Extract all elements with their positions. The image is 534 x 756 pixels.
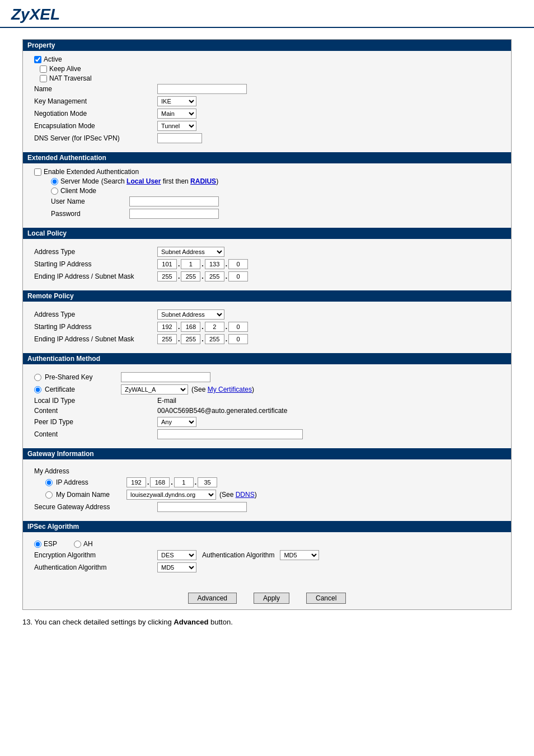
username-input[interactable] [129,196,219,206]
note-text-end: button. [208,618,232,626]
local-end-ip-1[interactable] [157,271,177,281]
certificate-radio[interactable] [34,386,41,393]
esp-label: ESP [44,540,57,548]
gw-ip-4[interactable] [198,477,217,487]
auth-algo-inline-label: Authentication Algorithm [202,551,274,559]
local-end-ip-3[interactable] [205,271,224,281]
dns-label: DNS Server (for IPSec VPN) [34,134,157,142]
remote-start-ip-group: . . . [157,322,248,332]
auth-method-body: Pre-Shared Key 12345678 Certificate ZyWA… [23,364,511,448]
keep-alive-checkbox[interactable] [40,65,47,73]
my-address-label: My Address [34,467,157,475]
remote-end-ip-2[interactable] [181,334,200,344]
server-mode-desc: (Search Local User first then RADIUS) [101,177,218,185]
server-mode-row: Server Mode (Search Local User first the… [34,177,500,185]
remote-end-ip-1[interactable] [157,334,177,344]
my-certs-link[interactable]: My Certificates [208,386,252,393]
name-label: Name [34,85,157,93]
client-mode-radio[interactable] [51,187,58,195]
ipsec-algo-header: IPSec Algorithm [23,521,511,532]
advanced-button[interactable]: Advanced [188,593,237,604]
remote-end-ip-row: Ending IP Address / Subnet Mask . . . [34,334,500,344]
active-checkbox[interactable] [34,56,41,63]
auth-algo-select[interactable]: MD5 SHA1 [157,562,196,572]
radius-link[interactable]: RADIUS [190,177,216,185]
local-addr-type-select[interactable]: Subnet Address Single Address Range Addr… [157,247,224,257]
local-end-ip-2[interactable] [181,271,200,281]
auth-algo-row: Authentication Algorithm MD5 SHA1 [34,562,500,572]
local-policy-header: Local Policy [23,228,511,239]
enable-ext-auth-checkbox[interactable] [34,168,41,176]
secure-gw-row: Secure Gateway Address 192.168.1.36 [34,502,500,512]
remote-start-ip-4[interactable] [228,322,248,332]
gw-ip-2[interactable] [150,477,170,487]
password-input[interactable] [129,209,219,219]
key-mgmt-select[interactable]: IKE Manual [157,96,196,106]
local-start-ip-3[interactable] [205,259,224,269]
peer-content-label: Content [34,430,157,438]
certificate-row: Certificate ZyWALL_A (See My Certificate… [34,384,500,395]
remote-start-ip-3[interactable] [205,322,224,332]
pre-shared-radio[interactable] [34,374,41,381]
note-text-start: 13. You can check detailed settings by c… [22,618,174,626]
main-content: Property Active Keep Alive NAT Traversal… [0,28,534,637]
gateway-info-body: My Address IP Address . . . [23,459,511,521]
auth-method-header: Authentication Method [23,353,511,364]
pre-shared-label: Pre-Shared Key [45,373,118,381]
gateway-info-header: Gateway Information [23,448,511,459]
dns-input[interactable]: 0.0.0.0 [157,133,202,143]
negotiation-row: Negotiation Mode Main Aggressive [34,109,500,119]
remote-end-ip-4[interactable] [228,334,248,344]
peer-id-select[interactable]: Any E-mail IP DNS [157,417,196,427]
local-start-ip-2[interactable] [181,259,200,269]
peer-content-input[interactable] [157,429,303,439]
local-end-ip-4[interactable] [228,271,248,281]
pre-shared-input[interactable]: 12345678 [121,372,210,382]
remote-start-ip-1[interactable] [157,322,177,332]
remote-policy-header: Remote Policy [23,290,511,302]
nat-traversal-checkbox[interactable] [40,75,47,82]
gw-ip-group: . . . [127,477,217,487]
key-mgmt-label: Key Management [34,97,157,105]
negotiation-select[interactable]: Main Aggressive [157,109,196,119]
ip-address-radio[interactable] [45,479,53,486]
local-start-ip-1[interactable] [157,259,177,269]
remote-start-ip-label: Starting IP Address [34,323,157,331]
secure-gw-label: Secure Gateway Address [34,503,157,511]
local-policy-body: Address Type Subnet Address Single Addre… [23,239,511,290]
cancel-button[interactable]: Cancel [306,593,346,604]
encryption-algo-select[interactable]: DES 3DES AES [157,550,196,560]
name-input[interactable]: to_ZyWALLB [157,84,247,94]
content-label: Content [34,407,157,415]
gw-ip-1[interactable] [127,477,146,487]
local-id-type-row: Local ID Type E-mail [34,397,500,405]
enable-ext-auth-label: Enable Extended Authentication [44,168,139,176]
local-user-link[interactable]: Local User [127,177,161,185]
gw-ip-3[interactable] [174,477,194,487]
name-row: Name to_ZyWALLB [34,84,500,94]
remote-addr-type-row: Address Type Subnet Address Single Addre… [34,309,500,320]
remote-start-ip-2[interactable] [181,322,200,332]
local-end-ip-row: Ending IP Address / Subnet Mask . . . [34,271,500,281]
username-label: User Name [51,198,129,205]
enable-ext-auth-row: Enable Extended Authentication [34,168,500,176]
esp-radio[interactable] [34,541,41,548]
auth-algo-inline-select[interactable]: MD5 SHA1 [280,550,319,560]
remote-end-ip-3[interactable] [205,334,224,344]
certificate-select[interactable]: ZyWALL_A [121,384,188,395]
encryption-algo-row: Encryption Algorithm DES 3DES AES Authen… [34,550,500,560]
ddns-link[interactable]: DDNS [236,491,255,499]
apply-button[interactable]: Apply [254,593,289,604]
domain-name-radio[interactable] [45,491,53,499]
extended-auth-body: Enable Extended Authentication Server Mo… [23,163,511,228]
local-start-ip-4[interactable] [228,259,248,269]
remote-addr-type-select[interactable]: Subnet Address Single Address Range Addr… [157,309,224,320]
see-ddns-text: (See DDNS) [219,491,257,499]
ah-radio[interactable] [74,541,81,548]
encapsulation-select[interactable]: Tunnel Transport [157,121,196,131]
server-mode-label: Server Mode [60,177,99,185]
note-advanced-word: Advanced [174,618,208,626]
domain-name-select[interactable]: louisezywall.dyndns.org [127,490,216,500]
server-mode-radio[interactable] [51,178,58,185]
secure-gw-input[interactable]: 192.168.1.36 [157,502,247,512]
